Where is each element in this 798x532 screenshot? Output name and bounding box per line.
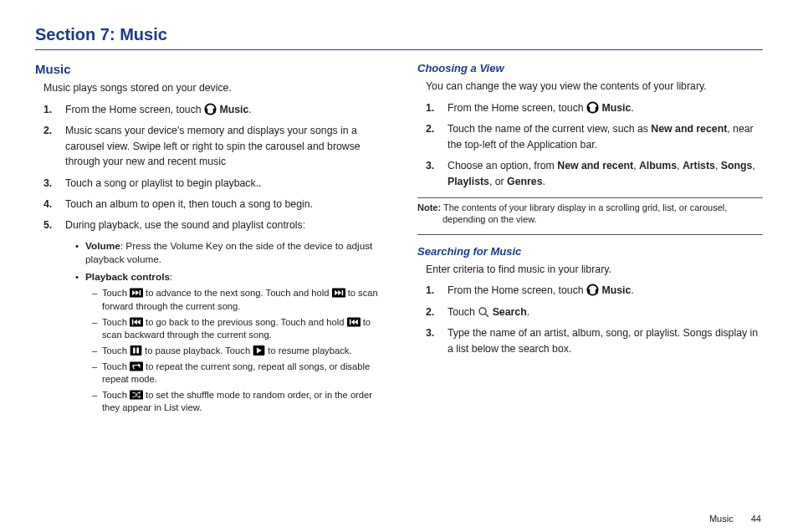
control-bullets: Volume: Press the Volume Key on the side… <box>35 239 381 415</box>
pc-label: Playback controls <box>85 271 170 283</box>
text: to advance to the next song. Touch and h… <box>143 288 332 298</box>
choosing-view-heading: Choosing a View <box>417 62 763 74</box>
music-intro: Music plays songs stored on your device. <box>35 81 381 96</box>
page-footer: Music 44 <box>709 514 761 524</box>
search-step-1: From the Home screen, touch Music. <box>426 283 763 298</box>
text: From the Home screen, touch <box>65 104 204 115</box>
text: . <box>631 284 633 296</box>
text: Touch <box>102 317 130 327</box>
text: . <box>527 306 529 318</box>
view-step-1: From the Home screen, touch Music. <box>426 100 763 115</box>
volume-bullet: Volume: Press the Volume Key on the side… <box>75 239 381 267</box>
view-intro: You can change the way you view the cont… <box>417 79 763 95</box>
music-label: Music <box>599 284 631 296</box>
left-column: Music Music plays songs stored on your d… <box>35 62 381 417</box>
text: Touch the name of the current view, such… <box>448 123 651 135</box>
text: . <box>542 176 545 187</box>
playback-dashes: Touch to advance to the next song. Touch… <box>85 287 381 414</box>
text: Touch <box>102 390 130 400</box>
note-rule-bottom <box>417 234 763 235</box>
view-step-3: Choose an option, from New and recent, A… <box>426 158 763 189</box>
bold: Genres <box>507 176 542 187</box>
play-icon <box>253 345 265 356</box>
text: From the Home screen, touch <box>448 102 586 114</box>
search-step-2: Touch Search. <box>426 304 763 320</box>
headphones-icon <box>586 284 599 296</box>
step-3: Touch a song or playlist to begin playba… <box>43 176 381 191</box>
text: . <box>631 102 633 114</box>
text: to resume playback. <box>265 345 351 356</box>
right-column: Choosing a View You can change the way y… <box>417 62 763 417</box>
dash-shuffle: Touch to set the shuffle mode to random … <box>92 389 381 414</box>
search-steps: From the Home screen, touch Music. Touch… <box>417 283 763 356</box>
step-1: From the Home screen, touch Music. <box>43 102 381 117</box>
text: , <box>752 160 755 171</box>
repeat-icon <box>130 361 143 371</box>
shuffle-icon <box>130 390 143 400</box>
text: , <box>633 160 639 171</box>
next-icon <box>332 288 345 298</box>
volume-label: Volume <box>85 240 120 252</box>
dash-prev: Touch to go back to the previous song. T… <box>92 316 381 341</box>
footer-label: Music <box>709 514 734 524</box>
bold: Playlists <box>448 176 489 187</box>
text: to go back to the previous song. Touch a… <box>143 317 347 327</box>
bold: Albums <box>639 160 677 171</box>
text: to set the shuffle mode to random order,… <box>102 390 372 412</box>
search-intro: Enter criteria to find music in your lib… <box>417 263 763 278</box>
pause-icon <box>130 345 142 356</box>
text: Touch <box>102 345 130 356</box>
dash-next: Touch to advance to the next song. Touch… <box>92 287 381 312</box>
music-label: Music <box>599 102 631 114</box>
section-rule <box>35 49 763 50</box>
view-step-2: Touch the name of the current view, such… <box>426 121 763 152</box>
bold: New and recent <box>557 160 633 171</box>
prev-icon <box>130 317 143 327</box>
text: , <box>677 160 683 171</box>
search-step-3: Type the name of an artist, album, song,… <box>426 325 763 356</box>
search-icon <box>478 306 489 318</box>
text: to pause playback. Touch <box>142 345 253 356</box>
playback-controls-bullet: Playback controls: Touch to advance to t… <box>75 270 381 415</box>
text: , or <box>489 176 507 187</box>
bold: Artists <box>683 160 715 171</box>
music-heading: Music <box>35 62 381 76</box>
text: : <box>170 271 172 283</box>
note-text: The contents of your library display in … <box>441 202 727 224</box>
text: Touch <box>102 288 130 298</box>
music-label: Music <box>217 104 248 115</box>
text: Choose an option, from <box>448 160 557 171</box>
searching-heading: Searching for Music <box>417 245 763 258</box>
text: : Press the Volume Key on the side of th… <box>85 240 372 266</box>
dash-repeat: Touch to repeat the current song, repeat… <box>92 361 381 386</box>
step-2: Music scans your device's memory and dis… <box>43 123 381 169</box>
text: . <box>248 104 251 115</box>
note: Note: The contents of your library displ… <box>417 202 763 226</box>
search-label: Search <box>489 306 526 318</box>
section-title: Section 7: Music <box>35 17 763 49</box>
prev-icon <box>347 317 361 327</box>
text: Touch <box>102 361 130 371</box>
note-label: Note: <box>417 202 441 212</box>
bold: Songs <box>721 160 753 171</box>
headphones-icon <box>586 101 599 114</box>
note-rule-top <box>417 197 763 198</box>
bold: New and recent <box>651 123 727 135</box>
next-icon <box>130 288 143 298</box>
step-4: Touch an album to open it, then touch a … <box>43 197 381 212</box>
headphones-icon <box>204 103 217 115</box>
dash-pause: Touch to pause playback. Touch to resume… <box>92 345 381 357</box>
view-steps: From the Home screen, touch Music. Touch… <box>417 100 763 189</box>
text: From the Home screen, touch <box>448 284 586 296</box>
music-steps: From the Home screen, touch Music. Music… <box>35 102 381 233</box>
text: to repeat the current song, repeat all s… <box>102 361 370 384</box>
page-number: 44 <box>751 514 761 524</box>
text: Touch <box>448 306 478 318</box>
step-5: During playback, use the sound and playl… <box>43 217 381 233</box>
text: , <box>715 160 721 171</box>
